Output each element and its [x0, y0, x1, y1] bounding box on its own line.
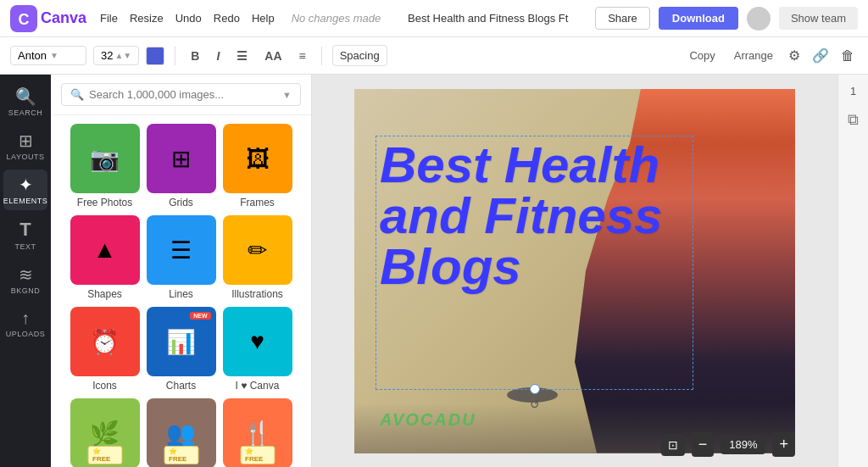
canvas-main-text: Best Health and Fitness Blogs [380, 140, 668, 292]
food-icon: 🍴 [242, 420, 272, 448]
frames-thumb: 🖼 [223, 124, 292, 193]
font-dropdown-icon: ▼ [50, 51, 58, 60]
canvas-text-block[interactable]: Best Health and Fitness Blogs [380, 140, 668, 292]
link-button[interactable]: 🔗 [809, 44, 832, 67]
lines-icon: ☰ [170, 236, 192, 264]
zoom-minus-button[interactable]: − [692, 432, 715, 457]
nav-help[interactable]: Help [252, 12, 275, 25]
grid-item-frames[interactable]: 🖼 Frames [223, 124, 292, 208]
bold-button[interactable]: B [186, 46, 204, 66]
illustrations-icon: ✏ [248, 236, 267, 264]
lines-thumb: ☰ [147, 215, 216, 285]
font-size-label: 32 [101, 49, 113, 62]
grid-panel: 📷 Free Photos ⊞ Grids 🖼 Frames [51, 115, 311, 467]
uploads-icon: ↑ [21, 309, 30, 328]
italic-label: I [216, 49, 220, 63]
font-name-label: Anton [18, 49, 47, 62]
search-input-wrap[interactable]: 🔍 ▼ [61, 83, 301, 106]
nature-icon: 🌿 [90, 420, 120, 448]
doc-title: Best Health and Fitness Blogs Ft [408, 12, 568, 25]
grid-item-grids[interactable]: ⊞ Grids [147, 124, 216, 208]
present-button[interactable]: ⊡ [661, 434, 685, 456]
arrange-button[interactable]: Arrange [727, 46, 780, 65]
align-button[interactable]: ☰ [231, 46, 253, 66]
search-dropdown-icon[interactable]: ▼ [282, 90, 292, 100]
search-input[interactable] [89, 88, 277, 101]
canvas-text-line1: Best Health [380, 140, 668, 191]
nav-redo[interactable]: Redo [214, 12, 240, 25]
download-button[interactable]: Download [659, 7, 738, 30]
font-selector[interactable]: Anton ▼ [10, 46, 86, 65]
bottom-bar: ⊡ − 189% + [661, 432, 795, 457]
charts-label: Charts [166, 380, 196, 392]
free-photos-label: Free Photos [77, 197, 132, 208]
free-photos-icon: 📷 [90, 145, 120, 173]
grid-item-shapes[interactable]: ▲ Shapes [70, 215, 140, 300]
text-color-swatch[interactable] [146, 47, 164, 65]
grid-item-people[interactable]: 👥 ⭐ FREE People [147, 398, 216, 467]
layouts-label: Layouts [7, 153, 45, 161]
text-label: Text [14, 242, 36, 251]
elements-icon: ✦ [19, 175, 33, 195]
show-team-button[interactable]: Show team [779, 7, 858, 30]
grid-row-1: 📷 Free Photos ⊞ Grids 🖼 Frames [59, 124, 303, 208]
left-panel: 🔍 ▼ 📷 Free Photos ⊞ Grids [51, 75, 312, 467]
new-badge: NEW [190, 312, 210, 320]
nav-undo[interactable]: Undo [175, 12, 202, 25]
nature-free-badge: ⭐ FREE [87, 446, 122, 464]
italic-button[interactable]: I [211, 46, 225, 66]
layouts-icon: ⊞ [19, 131, 33, 151]
nav-resize[interactable]: Resize [130, 12, 164, 25]
sidebar-item-text[interactable]: T Text [3, 214, 47, 256]
illustrations-thumb: ✏ [223, 215, 292, 285]
more-options-button[interactable]: ⚙ [785, 44, 804, 67]
icons-label: Icons [92, 380, 117, 392]
app-logo[interactable]: C Canva [10, 5, 86, 32]
background-icon: ≋ [19, 264, 33, 285]
share-button[interactable]: Share [595, 7, 650, 30]
grid-row-3: ⏰ Icons NEW 📊 Charts ♥ I ♥ Canva [59, 307, 303, 392]
copy-page-icon[interactable]: ⧉ [848, 111, 859, 129]
list-button[interactable]: ≡ [294, 46, 311, 66]
delete-button[interactable]: 🗑 [837, 45, 858, 67]
separator-2 [321, 47, 322, 65]
canvas-wrapper[interactable]: Best Health and Fitness Blogs AVOCADU ↺ [354, 89, 795, 453]
grids-label: Grids [169, 197, 193, 208]
sidebar-item-background[interactable]: ≋ Bkgnd [3, 259, 47, 300]
lines-label: Lines [169, 288, 193, 300]
text-icon: T [19, 219, 31, 241]
zoom-level-display: 189% [721, 435, 765, 454]
grid-item-nature[interactable]: 🌿 ⭐ FREE Nature [70, 398, 140, 467]
grid-item-free-photos[interactable]: 📷 Free Photos [70, 124, 140, 208]
grid-item-charts[interactable]: NEW 📊 Charts [147, 307, 216, 392]
nav-file[interactable]: File [100, 12, 118, 25]
zoom-plus-button[interactable]: + [772, 432, 795, 457]
nav-menu: File Resize Undo Redo Help [100, 12, 275, 25]
sidebar-item-elements[interactable]: ✦ Elements [3, 170, 47, 210]
grid-item-icanva[interactable]: ♥ I ♥ Canva [223, 307, 292, 392]
spacing-button[interactable]: Spacing [332, 45, 387, 66]
main-area: 🔍 Search ⊞ Layouts ✦ Elements T Text ≋ B… [0, 75, 868, 467]
font-size-selector[interactable]: 32 ▲▼ [93, 46, 139, 65]
nature-thumb: 🌿 ⭐ FREE [70, 398, 140, 467]
grid-row-4: 🌿 ⭐ FREE Nature 👥 ⭐ FREE People 🍴 ⭐ F [59, 398, 303, 467]
sidebar-item-search[interactable]: 🔍 Search [3, 81, 47, 122]
copy-button[interactable]: Copy [682, 46, 721, 65]
sidebar-item-uploads[interactable]: ↑ Uploads [3, 303, 47, 343]
icanva-thumb: ♥ [223, 307, 292, 376]
uploads-label: Uploads [6, 330, 46, 338]
sidebar-item-layouts[interactable]: ⊞ Layouts [3, 125, 47, 166]
people-icon: 👥 [166, 420, 196, 448]
canvas-text-line2: and Fitness [380, 191, 668, 242]
grid-item-icons[interactable]: ⏰ Icons [70, 307, 140, 392]
free-photos-thumb: 📷 [70, 124, 140, 193]
case-button[interactable]: AA [259, 46, 287, 66]
shapes-label: Shapes [87, 288, 122, 300]
sidebar-icons: 🔍 Search ⊞ Layouts ✦ Elements T Text ≋ B… [0, 75, 51, 467]
grid-item-illustrations[interactable]: ✏ Illustrations [223, 215, 292, 300]
grid-item-food[interactable]: 🍴 ⭐ FREE Food [223, 398, 292, 467]
toolbar-right: Copy Arrange ⚙ 🔗 🗑 [682, 44, 858, 67]
grid-item-lines[interactable]: ☰ Lines [147, 215, 216, 300]
top-right-actions: Share Download Show team [595, 7, 858, 31]
avatar[interactable] [747, 7, 771, 31]
